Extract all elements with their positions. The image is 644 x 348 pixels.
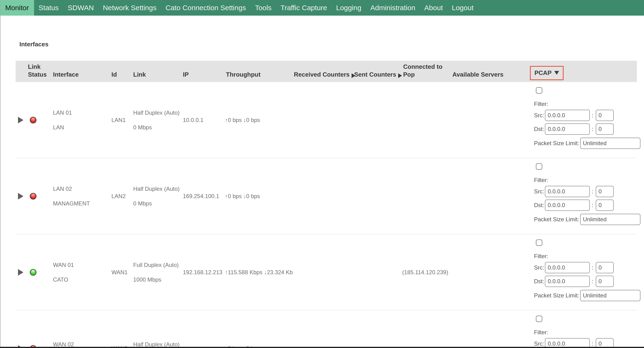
table-header: Link Status Interface Id Link IP Through…: [16, 61, 637, 82]
row-status-cell: [16, 311, 52, 348]
nav-item-network-settings[interactable]: Network Settings: [98, 0, 161, 15]
available-servers-cell: [452, 158, 534, 234]
col-header-sent-counters[interactable]: Sent Counters: [353, 61, 402, 82]
pcap-size-row: Packet Size Limit:: [534, 138, 640, 149]
pcap-dst-label: Dst:: [534, 278, 545, 285]
throughput-cell: ↑0 bps ↓0 bps: [225, 311, 293, 348]
pcap-src-port-input[interactable]: [596, 262, 614, 273]
sent-counters-cell: [353, 82, 402, 158]
row-expand-icon[interactable]: [18, 193, 24, 200]
interface-id-cell: WAN1: [110, 234, 132, 310]
link-cell: Half Duplex (Auto) 0 Mbps: [132, 82, 182, 158]
interface-ip: 10.0.0.1: [183, 117, 204, 123]
pcap-dst-row: Dst: :: [534, 276, 614, 287]
interface-cell: LAN 02 MANAGMENT: [52, 158, 110, 234]
pcap-cell: Filter: Src: : Dst: : Packet Size Limit:: [534, 311, 637, 348]
pcap-dst-ip-input[interactable]: [545, 276, 590, 287]
pcap-src-label: Src:: [534, 112, 545, 119]
connected-pop-cell: [402, 311, 452, 348]
pcap-size-limit-label: Packet Size Limit:: [534, 292, 579, 299]
nav-item-cato-connection-settings[interactable]: Cato Connection Settings: [161, 0, 250, 15]
pcap-src-port-input[interactable]: [596, 338, 614, 348]
nav-item-about[interactable]: About: [420, 0, 447, 15]
pcap-size-limit-input[interactable]: [580, 214, 640, 225]
col-header-pcap[interactable]: PCAP: [534, 61, 637, 82]
pcap-size-limit-input[interactable]: [580, 290, 640, 301]
pcap-filter-label: Filter:: [534, 329, 548, 336]
pcap-enable-checkbox[interactable]: [536, 163, 542, 170]
pcap-enable-checkbox[interactable]: [536, 316, 542, 322]
received-counters-cell: [293, 311, 353, 348]
pcap-dst-port-input[interactable]: [596, 123, 614, 135]
pcap-src-port-input[interactable]: [596, 186, 614, 197]
pcap-enable-checkbox[interactable]: [536, 87, 542, 94]
pcap-size-limit-input[interactable]: [580, 138, 640, 149]
interfaces-table: Link Status Interface Id Link IP Through…: [16, 61, 637, 348]
col-header-link-status: Link Status: [16, 61, 52, 82]
interface-id: LAN2: [112, 193, 126, 200]
pcap-filter-label: Filter:: [534, 101, 548, 107]
available-servers-cell: [452, 234, 534, 310]
pcap-src-label: Src:: [534, 264, 545, 271]
pcap-dst-label: Dst:: [534, 202, 545, 209]
pcap-dst-ip-input[interactable]: [545, 123, 590, 135]
pcap-enable-checkbox[interactable]: [536, 240, 542, 246]
pcap-collapse-icon[interactable]: [554, 71, 559, 75]
link-cell: Half Duplex (Auto) 0 Mbps: [132, 158, 182, 234]
row-status-cell: [16, 234, 52, 310]
pcap-src-port-separator: :: [592, 264, 593, 271]
ip-cell: [182, 311, 225, 348]
connected-pop-cell: [402, 158, 452, 234]
pcap-src-label: Src:: [534, 188, 545, 195]
available-servers-cell: [452, 311, 534, 348]
row-expand-icon[interactable]: [18, 117, 24, 123]
sent-counters-expand-icon[interactable]: [398, 73, 402, 78]
pcap-dst-row: Dst: :: [534, 123, 614, 135]
nav-item-traffic-capture[interactable]: Traffic Capture: [276, 0, 332, 15]
ip-cell: 192.168.12.213: [182, 234, 225, 310]
nav-item-administration[interactable]: Administration: [366, 0, 420, 15]
pcap-dst-port-input[interactable]: [596, 200, 614, 211]
interface-id-cell: WAN2: [110, 311, 132, 348]
col-header-received-counters[interactable]: Received Counters: [293, 61, 353, 82]
interface-label: MANAGMENT: [53, 200, 90, 207]
row-status-cell: [16, 82, 52, 158]
nav-item-logout[interactable]: Logout: [448, 0, 478, 15]
interface-id-cell: LAN1: [110, 82, 132, 158]
interface-label: LAN: [53, 124, 64, 131]
pcap-src-ip-input[interactable]: [545, 110, 590, 121]
table-row: LAN 01 LAN LAN1 Half Duplex (Auto) 0 Mbp…: [16, 82, 637, 158]
col-header-throughput: Throughput: [225, 61, 293, 82]
pcap-src-ip-input[interactable]: [545, 338, 590, 348]
interface-id: LAN1: [112, 117, 126, 123]
pcap-dst-port-input[interactable]: [596, 276, 614, 287]
ip-cell: 10.0.0.1: [182, 82, 225, 158]
pcap-size-row: Packet Size Limit:: [534, 290, 640, 301]
pcap-src-port-input[interactable]: [596, 110, 614, 121]
pcap-src-ip-input[interactable]: [545, 186, 590, 197]
available-servers-cell: [452, 82, 534, 158]
interface-id-cell: LAN2: [110, 158, 132, 234]
link-speed: 1000 Mbps: [133, 276, 161, 283]
connected-pop-cell: [402, 82, 452, 158]
throughput-value: ↑0 bps ↓0 bps: [225, 117, 260, 123]
interface-ip: 169.254.100.1: [183, 193, 219, 200]
throughput-cell: ↑0 bps ↓0 bps: [225, 158, 293, 234]
link-duplex: Full Duplex (Auto): [133, 262, 179, 268]
pcap-src-ip-input[interactable]: [545, 262, 590, 273]
pcap-dst-ip-input[interactable]: [545, 200, 590, 211]
nav-item-status[interactable]: Status: [34, 0, 63, 15]
pcap-src-row: Src: :: [534, 338, 614, 348]
nav-item-sdwan[interactable]: SDWAN: [63, 0, 98, 15]
table-row: WAN 01 CATO WAN1 Full Duplex (Auto) 1000…: [16, 234, 637, 311]
nav-item-monitor[interactable]: Monitor: [0, 0, 34, 15]
row-expand-icon[interactable]: [18, 269, 24, 276]
interface-cell: LAN 01 LAN: [52, 82, 110, 158]
pcap-filter-label: Filter:: [534, 177, 548, 183]
pcap-dst-port-separator: :: [592, 202, 593, 209]
nav-item-logging[interactable]: Logging: [332, 0, 366, 15]
nav-item-tools[interactable]: Tools: [250, 0, 276, 15]
pcap-size-limit-label: Packet Size Limit:: [534, 216, 579, 223]
interface-label: CATO: [53, 276, 68, 283]
pcap-header-highlight-box[interactable]: PCAP: [530, 66, 564, 80]
